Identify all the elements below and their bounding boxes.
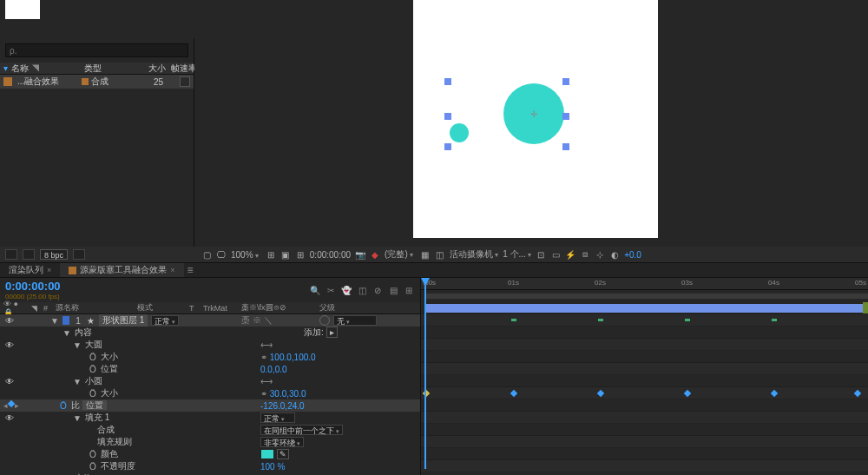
col-t[interactable]: T: [189, 304, 200, 313]
selection-handle[interactable]: [562, 113, 569, 120]
track-row[interactable]: [421, 448, 868, 460]
prop-big-size[interactable]: Ö 大小 ⚭ 100.0,100.0: [0, 351, 420, 363]
prop-small-position[interactable]: ◂▸ Ö 比 位置 -126.0,24.0: [0, 399, 420, 412]
col-source-name[interactable]: 源名称: [56, 302, 134, 313]
playhead[interactable]: [424, 278, 426, 469]
bpc-button[interactable]: 8 bpc: [40, 249, 68, 260]
col-name-label[interactable]: 名称: [11, 63, 29, 73]
resolution-icon[interactable]: ⊞: [266, 249, 276, 260]
parent-dropdown[interactable]: 无: [333, 315, 377, 326]
visibility-toggle[interactable]: 👁: [3, 377, 16, 386]
quality-dropdown[interactable]: (完整): [385, 248, 413, 261]
track-row[interactable]: [421, 375, 868, 387]
track-row[interactable]: [421, 412, 868, 424]
prop-value[interactable]: ⚭ 30.0,30.0: [260, 389, 306, 399]
twirl-icon[interactable]: ▼: [73, 340, 82, 350]
comp-canvas[interactable]: ✛: [413, 0, 658, 238]
frame-blend-icon[interactable]: ◫: [356, 284, 368, 296]
view-opt-icon[interactable]: ⊡: [536, 249, 546, 260]
timeline-track-area[interactable]: :00s 01s 02s 03s 04s 05s: [421, 278, 868, 475]
trash-icon[interactable]: [73, 249, 85, 260]
tab-composition[interactable]: 源蒙版塞工具融合效果 ×: [60, 263, 183, 277]
new-folder-icon[interactable]: [23, 249, 35, 260]
channel-icon[interactable]: ◆: [370, 249, 380, 260]
small-circle-shape[interactable]: [450, 123, 469, 142]
keyframe-diamond[interactable]: [684, 390, 691, 397]
prop-fill-rule[interactable]: 填充规则 非零环绕: [0, 436, 420, 448]
composition-viewer[interactable]: ✛: [194, 0, 868, 247]
track-row[interactable]: [421, 363, 868, 375]
prop-opacity[interactable]: Ö 不透明度 100 %: [0, 460, 420, 472]
prop-composite[interactable]: 合成 在同组中前一个之下: [0, 424, 420, 436]
group-small-circle[interactable]: 👁 ▼ 小圆 ⟷: [0, 375, 420, 387]
eyedropper-icon[interactable]: ✎: [277, 449, 289, 459]
track-row[interactable]: [421, 302, 868, 314]
prop-value[interactable]: 100 %: [260, 462, 285, 472]
project-search-input[interactable]: [5, 43, 188, 57]
timeline-icon[interactable]: ⧈: [580, 249, 590, 260]
track-row[interactable]: [421, 339, 868, 351]
stopwatch-icon[interactable]: Ö: [89, 365, 97, 374]
time-ruler[interactable]: :00s 01s 02s 03s 04s 05s: [421, 278, 868, 290]
col-render-label[interactable]: 帧速率: [169, 63, 197, 75]
add-menu-button[interactable]: ▸: [326, 327, 338, 338]
track-row[interactable]: [421, 399, 868, 412]
visibility-toggle[interactable]: 👁: [3, 413, 16, 423]
col-mode[interactable]: 模式: [137, 302, 186, 313]
blend-mode-dropdown[interactable]: 正常: [151, 315, 179, 326]
big-circle-shape[interactable]: ✛: [503, 83, 564, 144]
motion-blur-icon[interactable]: ⊘: [372, 284, 384, 296]
zoom-dropdown[interactable]: 100%: [231, 250, 259, 260]
twirl-icon[interactable]: ▼: [62, 328, 71, 338]
keyframe-diamond[interactable]: [597, 390, 604, 397]
search-icon[interactable]: 🔍: [309, 284, 321, 296]
fast-preview-icon[interactable]: ⚡: [565, 249, 575, 260]
selection-handle[interactable]: [444, 78, 451, 85]
fill-mode-dropdown[interactable]: 正常: [260, 412, 295, 423]
visibility-toggle[interactable]: 👁: [3, 316, 16, 326]
close-icon[interactable]: ×: [47, 266, 51, 274]
fill-rule-dropdown[interactable]: 非零环绕: [260, 437, 304, 447]
track-row[interactable]: [421, 424, 868, 436]
reset-exposure-icon[interactable]: ◐: [609, 249, 620, 260]
brain-icon[interactable]: ⊞: [403, 284, 415, 296]
col-parent[interactable]: 父级: [319, 302, 417, 313]
prop-value[interactable]: -126.0,24.0: [260, 401, 305, 411]
add-keyframe-icon[interactable]: [8, 400, 15, 407]
group-fill[interactable]: 👁 ▼ 填充 1 正常: [0, 412, 420, 424]
pixel-aspect-icon[interactable]: ▭: [550, 249, 561, 260]
prop-big-position[interactable]: Ö 位置 0.0,0.0: [0, 363, 420, 375]
views-dropdown[interactable]: 1 个...: [503, 248, 531, 261]
keyframe-diamond[interactable]: [854, 390, 861, 397]
layer-out-point[interactable]: [863, 302, 868, 313]
prop-value[interactable]: ⚭ 100.0,100.0: [260, 353, 316, 362]
prop-color[interactable]: Ö 颜色 ✎: [0, 448, 420, 460]
col-type-label[interactable]: 类型: [84, 63, 128, 75]
layer-duration-bar[interactable]: [424, 304, 868, 313]
draft3d-icon[interactable]: ◫: [435, 249, 445, 260]
layer-row[interactable]: 👁 ▼ 1 ★ 形状图层 1 正常 槀 ※ ＼ 无: [0, 314, 420, 327]
prop-value[interactable]: 0.0,0.0: [260, 365, 287, 374]
prop-label[interactable]: 位置: [82, 400, 107, 410]
grid-icon[interactable]: ⊞: [295, 249, 306, 260]
stopwatch-icon[interactable]: Ö: [89, 462, 97, 472]
viewer-timecode[interactable]: 0:00:00:00: [310, 250, 351, 260]
group-contents[interactable]: ▼ 内容 添加: ▸: [0, 327, 420, 339]
pickwhip-icon[interactable]: [319, 315, 330, 326]
stopwatch-icon[interactable]: Ö: [89, 353, 97, 362]
selection-handle[interactable]: [444, 143, 451, 150]
tab-render-queue[interactable]: 渲染队列 ×: [0, 263, 60, 277]
monitor-icon[interactable]: 🖵: [216, 249, 227, 260]
mask-icon[interactable]: ▢: [201, 249, 212, 260]
visibility-toggle[interactable]: 👁: [3, 340, 16, 350]
project-item-row[interactable]: ...融合效果 合成 25: [0, 75, 194, 89]
current-time[interactable]: 0:00:00:00: [5, 280, 61, 293]
panel-menu-icon[interactable]: ≡: [187, 264, 194, 276]
camera-dropdown[interactable]: 活动摄像机: [450, 248, 498, 261]
safe-zones-icon[interactable]: ▣: [280, 249, 291, 260]
stopwatch-icon[interactable]: Ö: [89, 389, 97, 399]
prev-keyframe-icon[interactable]: ◂: [3, 401, 8, 410]
layer-name[interactable]: 形状图层 1: [99, 314, 148, 327]
layer-color-tag[interactable]: [62, 316, 69, 325]
col-trkmat[interactable]: TrkMat: [203, 304, 238, 313]
